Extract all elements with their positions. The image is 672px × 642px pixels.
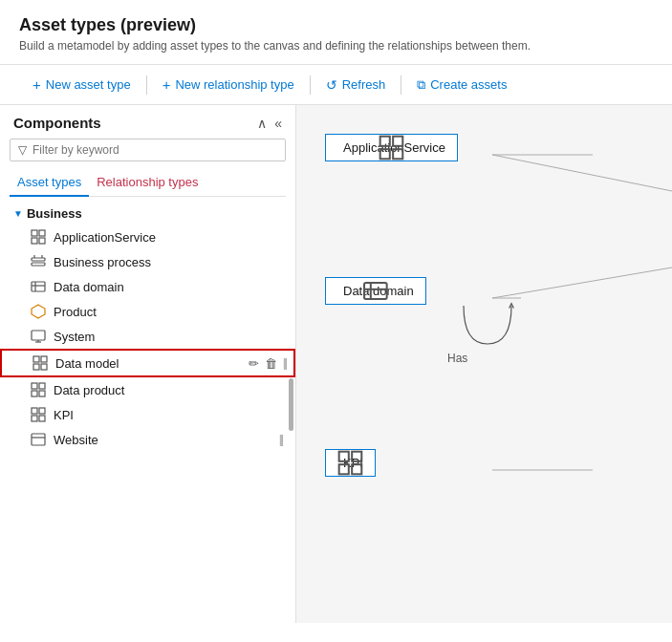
canvas-node-kpi[interactable]: KPI <box>325 449 376 477</box>
svg-rect-0 <box>32 230 37 236</box>
svg-rect-22 <box>39 391 45 396</box>
delete-icon[interactable]: 🗑 <box>265 356 277 371</box>
svg-rect-18 <box>41 364 47 370</box>
svg-rect-17 <box>33 364 39 370</box>
canvas-node-data-domain[interactable]: Data domain <box>325 277 426 305</box>
sidebar-controls: ∧ « <box>257 116 282 131</box>
item-label: Data product <box>54 383 282 397</box>
tabs: Asset types Relationship types <box>10 169 286 197</box>
website-icon <box>31 432 46 447</box>
item-label: System <box>54 330 282 344</box>
canvas-node-application-service[interactable]: ApplicationService <box>325 134 458 161</box>
product-icon <box>31 304 46 319</box>
list-item[interactable]: Website ||| <box>0 427 295 452</box>
svg-rect-5 <box>32 263 45 266</box>
create-icon: ⧉ <box>417 77 425 93</box>
section-triangle-icon: ▼ <box>13 208 23 219</box>
node-label: KPI <box>343 456 363 470</box>
svg-marker-11 <box>32 305 45 318</box>
toolbar: + New asset type + New relationship type… <box>0 64 672 105</box>
plus-icon-2: + <box>163 76 171 93</box>
filter-icon: ▽ <box>18 143 27 157</box>
svg-line-32 <box>492 155 672 191</box>
new-asset-type-button[interactable]: + New asset type <box>19 71 144 98</box>
edit-icon[interactable]: ✏ <box>249 356 259 371</box>
data-product-icon <box>31 382 46 397</box>
node-label: Data domain <box>343 284 414 298</box>
collapse-up-icon[interactable]: ∧ <box>257 116 267 131</box>
svg-rect-21 <box>32 391 37 396</box>
list-item[interactable]: KPI <box>0 402 295 427</box>
list-item[interactable]: Business process <box>0 249 295 274</box>
svg-rect-12 <box>32 331 45 340</box>
components-title: Components <box>13 115 101 131</box>
node-label: ApplicationService <box>343 140 445 155</box>
item-label: KPI <box>54 408 282 422</box>
sidebar: Components ∧ « ▽ Asset types Relationshi… <box>0 105 296 623</box>
toolbar-separator-1 <box>146 75 147 95</box>
svg-rect-25 <box>32 416 37 421</box>
application-service-icon <box>31 229 46 245</box>
drag-handle-icon-website: ||| <box>279 433 282 446</box>
drag-handle-icon[interactable]: ||| <box>283 356 286 370</box>
list-item[interactable]: Product <box>0 299 295 324</box>
item-label: ApplicationService <box>54 230 282 245</box>
svg-rect-8 <box>32 282 45 291</box>
svg-rect-23 <box>32 408 37 414</box>
list-item[interactable]: Data product <box>0 377 295 402</box>
svg-line-33 <box>492 268 672 298</box>
data-domain-icon <box>31 279 46 294</box>
system-icon <box>31 329 46 344</box>
tab-asset-types[interactable]: Asset types <box>10 169 89 197</box>
svg-rect-4 <box>32 258 45 261</box>
collapse-left-icon[interactable]: « <box>274 116 282 131</box>
item-label: Data domain <box>54 280 282 294</box>
svg-rect-20 <box>39 383 45 389</box>
asset-tree: ▼ Business ApplicationService Business p… <box>0 197 295 623</box>
svg-rect-1 <box>39 230 45 236</box>
item-label: Business process <box>54 255 282 269</box>
svg-rect-2 <box>32 238 37 244</box>
svg-rect-15 <box>33 356 39 362</box>
has-relationship-label: Has <box>447 352 467 365</box>
list-item[interactable]: System <box>0 324 295 349</box>
canvas-connections <box>296 105 672 623</box>
plus-icon: + <box>33 76 41 93</box>
main-layout: Components ∧ « ▽ Asset types Relationshi… <box>0 105 672 623</box>
tab-relationship-types[interactable]: Relationship types <box>89 169 206 197</box>
refresh-icon: ↺ <box>326 77 337 93</box>
business-process-icon <box>31 254 46 269</box>
list-item[interactable]: ApplicationService <box>0 225 295 249</box>
business-section: ▼ Business ApplicationService Business p… <box>0 203 295 452</box>
item-label: Website <box>54 433 271 447</box>
sidebar-header: Components ∧ « <box>0 105 295 139</box>
item-label: Data model <box>55 356 241 371</box>
toolbar-separator-3 <box>401 75 401 95</box>
svg-rect-26 <box>39 416 45 421</box>
svg-rect-16 <box>41 356 47 362</box>
business-section-header[interactable]: ▼ Business <box>0 203 295 225</box>
svg-rect-27 <box>32 434 45 445</box>
list-item[interactable]: Data domain <box>0 274 295 299</box>
svg-rect-3 <box>39 238 45 244</box>
data-model-item[interactable]: Data model ✏ 🗑 ||| <box>0 349 295 377</box>
scrollbar-indicator[interactable] <box>289 378 293 431</box>
data-model-icon <box>33 355 48 371</box>
create-assets-button[interactable]: ⧉ Create assets <box>403 72 520 98</box>
toolbar-separator-2 <box>310 75 311 95</box>
item-label: Product <box>54 305 282 319</box>
kpi-icon <box>31 407 46 422</box>
svg-rect-24 <box>39 408 45 414</box>
canvas: ApplicationService Data domain Has KPI <box>296 105 672 623</box>
page-title: Asset types (preview) <box>19 15 653 35</box>
business-section-label: Business <box>27 206 82 221</box>
filter-input[interactable] <box>33 143 277 157</box>
svg-rect-19 <box>32 383 37 389</box>
new-relationship-type-button[interactable]: + New relationship type <box>149 71 308 98</box>
page-subtitle: Build a metamodel by adding asset types … <box>19 39 653 53</box>
filter-box: ▽ <box>10 139 286 161</box>
refresh-button[interactable]: ↺ Refresh <box>313 72 400 98</box>
header: Asset types (preview) Build a metamodel … <box>0 0 672 53</box>
